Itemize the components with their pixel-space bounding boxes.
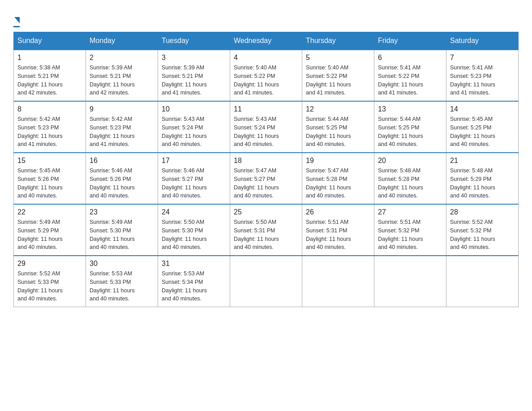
day-number: 27 bbox=[378, 208, 442, 216]
day-info: Sunrise: 5:39 AM Sunset: 5:21 PM Dayligh… bbox=[162, 64, 226, 97]
day-info: Sunrise: 5:49 AM Sunset: 5:29 PM Dayligh… bbox=[17, 218, 82, 252]
week-row-2: 8 Sunrise: 5:42 AM Sunset: 5:23 PM Dayli… bbox=[14, 101, 519, 153]
day-info: Sunrise: 5:38 AM Sunset: 5:21 PM Dayligh… bbox=[17, 64, 82, 97]
weekday-header-row: SundayMondayTuesdayWednesdayThursdayFrid… bbox=[14, 32, 519, 50]
calendar-cell: 16 Sunrise: 5:46 AM Sunset: 5:26 PM Dayl… bbox=[86, 153, 158, 204]
day-number: 17 bbox=[162, 157, 226, 165]
calendar-cell: 22 Sunrise: 5:49 AM Sunset: 5:29 PM Dayl… bbox=[14, 204, 86, 256]
day-info: Sunrise: 5:43 AM Sunset: 5:24 PM Dayligh… bbox=[234, 115, 298, 149]
calendar-cell: 5 Sunrise: 5:40 AM Sunset: 5:22 PM Dayli… bbox=[302, 50, 374, 101]
page-header bbox=[13, 9, 519, 27]
weekday-header-sunday: Sunday bbox=[14, 32, 86, 50]
day-number: 5 bbox=[306, 54, 370, 62]
day-number: 16 bbox=[90, 157, 154, 165]
week-row-3: 15 Sunrise: 5:45 AM Sunset: 5:26 PM Dayl… bbox=[14, 153, 519, 204]
day-info: Sunrise: 5:51 AM Sunset: 5:32 PM Dayligh… bbox=[378, 218, 442, 252]
day-number: 25 bbox=[234, 208, 298, 216]
day-info: Sunrise: 5:44 AM Sunset: 5:25 PM Dayligh… bbox=[378, 115, 442, 149]
day-info: Sunrise: 5:53 AM Sunset: 5:33 PM Dayligh… bbox=[90, 270, 154, 303]
week-row-1: 1 Sunrise: 5:38 AM Sunset: 5:21 PM Dayli… bbox=[14, 50, 519, 101]
weekday-header-tuesday: Tuesday bbox=[158, 32, 230, 50]
day-info: Sunrise: 5:52 AM Sunset: 5:32 PM Dayligh… bbox=[450, 218, 515, 252]
calendar-cell: 28 Sunrise: 5:52 AM Sunset: 5:32 PM Dayl… bbox=[446, 204, 519, 256]
calendar-cell: 26 Sunrise: 5:51 AM Sunset: 5:31 PM Dayl… bbox=[302, 204, 374, 256]
calendar-cell bbox=[374, 256, 446, 307]
calendar-cell: 19 Sunrise: 5:47 AM Sunset: 5:28 PM Dayl… bbox=[302, 153, 374, 204]
calendar-cell: 3 Sunrise: 5:39 AM Sunset: 5:21 PM Dayli… bbox=[158, 50, 230, 101]
calendar-cell: 14 Sunrise: 5:45 AM Sunset: 5:25 PM Dayl… bbox=[446, 101, 519, 153]
calendar-cell: 4 Sunrise: 5:40 AM Sunset: 5:22 PM Dayli… bbox=[230, 50, 302, 101]
calendar-cell: 10 Sunrise: 5:43 AM Sunset: 5:24 PM Dayl… bbox=[158, 101, 230, 153]
calendar-cell: 13 Sunrise: 5:44 AM Sunset: 5:25 PM Dayl… bbox=[374, 101, 446, 153]
day-info: Sunrise: 5:51 AM Sunset: 5:31 PM Dayligh… bbox=[306, 218, 370, 252]
logo-underline bbox=[13, 26, 20, 27]
calendar-cell: 29 Sunrise: 5:52 AM Sunset: 5:33 PM Dayl… bbox=[14, 256, 86, 307]
calendar-cell: 1 Sunrise: 5:38 AM Sunset: 5:21 PM Dayli… bbox=[14, 50, 86, 101]
calendar-cell: 25 Sunrise: 5:50 AM Sunset: 5:31 PM Dayl… bbox=[230, 204, 302, 256]
day-number: 22 bbox=[17, 208, 82, 216]
day-number: 20 bbox=[378, 157, 442, 165]
day-number: 23 bbox=[90, 208, 154, 216]
day-number: 30 bbox=[90, 260, 154, 268]
day-info: Sunrise: 5:41 AM Sunset: 5:23 PM Dayligh… bbox=[450, 64, 515, 97]
day-number: 2 bbox=[90, 54, 154, 62]
calendar-cell: 31 Sunrise: 5:53 AM Sunset: 5:34 PM Dayl… bbox=[158, 256, 230, 307]
day-number: 12 bbox=[306, 105, 370, 113]
day-info: Sunrise: 5:53 AM Sunset: 5:34 PM Dayligh… bbox=[162, 270, 226, 303]
day-info: Sunrise: 5:45 AM Sunset: 5:26 PM Dayligh… bbox=[17, 167, 82, 200]
day-info: Sunrise: 5:47 AM Sunset: 5:27 PM Dayligh… bbox=[234, 167, 298, 200]
day-info: Sunrise: 5:44 AM Sunset: 5:25 PM Dayligh… bbox=[306, 115, 370, 149]
calendar-cell bbox=[230, 256, 302, 307]
day-info: Sunrise: 5:45 AM Sunset: 5:25 PM Dayligh… bbox=[450, 115, 515, 149]
calendar-cell: 15 Sunrise: 5:45 AM Sunset: 5:26 PM Dayl… bbox=[14, 153, 86, 204]
day-number: 4 bbox=[234, 54, 298, 62]
day-number: 26 bbox=[306, 208, 370, 216]
day-number: 10 bbox=[162, 105, 226, 113]
day-info: Sunrise: 5:40 AM Sunset: 5:22 PM Dayligh… bbox=[306, 64, 370, 97]
day-info: Sunrise: 5:52 AM Sunset: 5:33 PM Dayligh… bbox=[17, 270, 82, 303]
day-info: Sunrise: 5:40 AM Sunset: 5:22 PM Dayligh… bbox=[234, 64, 298, 97]
day-info: Sunrise: 5:50 AM Sunset: 5:31 PM Dayligh… bbox=[234, 218, 298, 252]
day-number: 9 bbox=[90, 105, 154, 113]
day-number: 14 bbox=[450, 105, 515, 113]
calendar-cell: 27 Sunrise: 5:51 AM Sunset: 5:32 PM Dayl… bbox=[374, 204, 446, 256]
weekday-header-thursday: Thursday bbox=[302, 32, 374, 50]
day-number: 13 bbox=[378, 105, 442, 113]
calendar-cell: 8 Sunrise: 5:42 AM Sunset: 5:23 PM Dayli… bbox=[14, 101, 86, 153]
calendar-cell: 30 Sunrise: 5:53 AM Sunset: 5:33 PM Dayl… bbox=[86, 256, 158, 307]
calendar-cell: 23 Sunrise: 5:49 AM Sunset: 5:30 PM Dayl… bbox=[86, 204, 158, 256]
day-info: Sunrise: 5:41 AM Sunset: 5:22 PM Dayligh… bbox=[378, 64, 442, 97]
day-info: Sunrise: 5:48 AM Sunset: 5:28 PM Dayligh… bbox=[378, 167, 442, 200]
day-info: Sunrise: 5:39 AM Sunset: 5:21 PM Dayligh… bbox=[90, 64, 154, 97]
day-info: Sunrise: 5:49 AM Sunset: 5:30 PM Dayligh… bbox=[90, 218, 154, 252]
calendar-cell: 7 Sunrise: 5:41 AM Sunset: 5:23 PM Dayli… bbox=[446, 50, 519, 101]
weekday-header-saturday: Saturday bbox=[446, 32, 519, 50]
day-info: Sunrise: 5:42 AM Sunset: 5:23 PM Dayligh… bbox=[90, 115, 154, 149]
day-number: 1 bbox=[17, 54, 82, 62]
logo-arrow-icon bbox=[14, 17, 20, 23]
day-info: Sunrise: 5:43 AM Sunset: 5:24 PM Dayligh… bbox=[162, 115, 226, 149]
calendar-cell: 18 Sunrise: 5:47 AM Sunset: 5:27 PM Dayl… bbox=[230, 153, 302, 204]
calendar-cell: 6 Sunrise: 5:41 AM Sunset: 5:22 PM Dayli… bbox=[374, 50, 446, 101]
day-number: 7 bbox=[450, 54, 515, 62]
weekday-header-friday: Friday bbox=[374, 32, 446, 50]
day-number: 8 bbox=[17, 105, 82, 113]
day-number: 19 bbox=[306, 157, 370, 165]
day-info: Sunrise: 5:47 AM Sunset: 5:28 PM Dayligh… bbox=[306, 167, 370, 200]
day-info: Sunrise: 5:42 AM Sunset: 5:23 PM Dayligh… bbox=[17, 115, 82, 149]
logo bbox=[13, 13, 20, 27]
day-number: 29 bbox=[17, 260, 82, 268]
day-info: Sunrise: 5:46 AM Sunset: 5:27 PM Dayligh… bbox=[162, 167, 226, 200]
day-number: 6 bbox=[378, 54, 442, 62]
day-info: Sunrise: 5:46 AM Sunset: 5:26 PM Dayligh… bbox=[90, 167, 154, 200]
calendar-cell: 17 Sunrise: 5:46 AM Sunset: 5:27 PM Dayl… bbox=[158, 153, 230, 204]
day-info: Sunrise: 5:50 AM Sunset: 5:30 PM Dayligh… bbox=[162, 218, 226, 252]
day-number: 28 bbox=[450, 208, 515, 216]
calendar-cell bbox=[446, 256, 519, 307]
week-row-4: 22 Sunrise: 5:49 AM Sunset: 5:29 PM Dayl… bbox=[14, 204, 519, 256]
day-number: 15 bbox=[17, 157, 82, 165]
day-number: 18 bbox=[234, 157, 298, 165]
day-number: 31 bbox=[162, 260, 226, 268]
calendar-cell: 21 Sunrise: 5:48 AM Sunset: 5:29 PM Dayl… bbox=[446, 153, 519, 204]
day-info: Sunrise: 5:48 AM Sunset: 5:29 PM Dayligh… bbox=[450, 167, 515, 200]
